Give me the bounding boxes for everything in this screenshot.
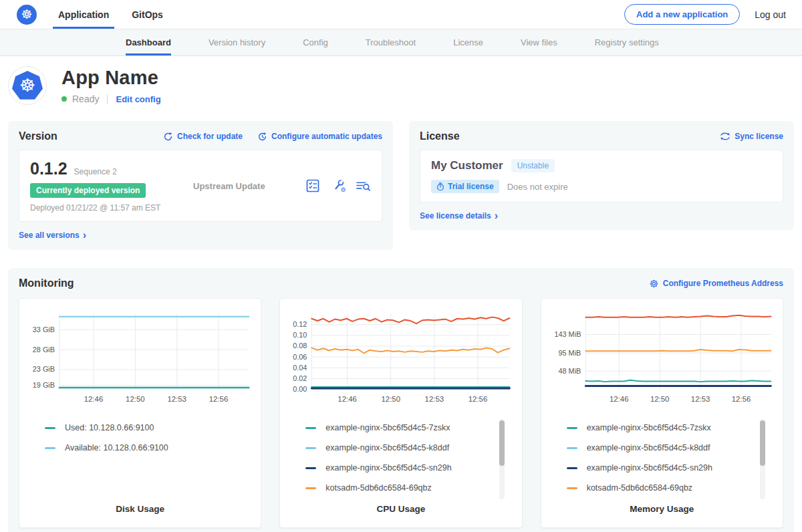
subtab-license[interactable]: License bbox=[453, 29, 483, 55]
monitoring-section: Monitoring Configure Prometheus Address … bbox=[8, 268, 794, 532]
customer-name: My Customer bbox=[431, 159, 503, 172]
legend-item: example-nginx-5bc6f5d4c5-7zskx bbox=[305, 423, 488, 432]
legend-label: example-nginx-5bc6f5d4c5-k8ddf bbox=[325, 443, 449, 452]
tab-application[interactable]: Application bbox=[58, 0, 109, 29]
legend-color-dash bbox=[305, 447, 316, 449]
version-card: Version Check for update Configure autom… bbox=[8, 121, 393, 250]
legend-item: Available: 10.128.0.66:9100 bbox=[45, 443, 227, 452]
svg-text:12:53: 12:53 bbox=[691, 395, 710, 403]
memory-usage-card: 48 MiB95 MiB143 MiB12:4612:5012:5312:56e… bbox=[541, 298, 783, 528]
gear-icon bbox=[649, 279, 659, 289]
legend-color-dash bbox=[305, 487, 316, 489]
legend-item: kotsadm-5db6dc6584-69qbz bbox=[305, 483, 488, 493]
chart-title: CPU Usage bbox=[287, 504, 515, 519]
version-source-label: Upstream Update bbox=[185, 181, 305, 191]
license-details-row: My Customer Unstable Trial license Does … bbox=[420, 150, 783, 203]
version-number: 0.1.2 bbox=[30, 159, 68, 178]
logout-link[interactable]: Log out bbox=[755, 9, 786, 20]
stopwatch-icon bbox=[436, 182, 444, 191]
svg-text:12:46: 12:46 bbox=[338, 395, 358, 403]
chevron-right-icon: › bbox=[83, 232, 86, 239]
release-notes-icon[interactable] bbox=[305, 178, 320, 194]
topnav-right: Add a new application Log out bbox=[624, 0, 786, 29]
topnav-tabs: Application GitOps bbox=[58, 0, 163, 29]
svg-text:0.04: 0.04 bbox=[293, 364, 307, 372]
legend-item: example-nginx-5bc6f5d4c5-sn29h bbox=[567, 463, 749, 473]
divider bbox=[107, 94, 108, 104]
legend-item: example-nginx-5bc6f5d4c5-k8ddf bbox=[305, 443, 488, 452]
svg-text:0.12: 0.12 bbox=[293, 320, 307, 328]
legend-label: kotsadm-5db6dc6584-69qbz bbox=[587, 483, 692, 493]
see-license-details-link[interactable]: See license details› bbox=[420, 211, 498, 221]
subtab-view-files[interactable]: View files bbox=[521, 29, 557, 55]
svg-text:143 MiB: 143 MiB bbox=[554, 330, 581, 338]
kots-brand[interactable]: ☸ bbox=[17, 0, 37, 29]
app-header: ☸ App Name Ready Edit config bbox=[0, 56, 802, 114]
cpu-usage-card: 0.000.020.040.060.080.100.1212:4612:5012… bbox=[279, 298, 522, 528]
svg-text:48 MiB: 48 MiB bbox=[558, 367, 581, 375]
subtab-dashboard[interactable]: Dashboard bbox=[126, 29, 171, 55]
legend-label: example-nginx-5bc6f5d4c5-sn29h bbox=[587, 463, 712, 473]
chart-title: Disk Usage bbox=[26, 504, 254, 519]
legend-label: example-nginx-5bc6f5d4c5-k8ddf bbox=[587, 443, 710, 452]
svg-text:19 GiB: 19 GiB bbox=[33, 381, 55, 389]
svg-text:12:46: 12:46 bbox=[84, 395, 104, 403]
subtab-version-history[interactable]: Version history bbox=[209, 29, 265, 55]
svg-text:12:53: 12:53 bbox=[167, 395, 186, 403]
legend-label: Used: 10.128.0.66:9100 bbox=[65, 423, 154, 432]
legend-label: example-nginx-5bc6f5d4c5-7zskx bbox=[587, 423, 711, 432]
svg-text:12:56: 12:56 bbox=[731, 395, 751, 403]
view-files-search-icon[interactable] bbox=[356, 178, 371, 194]
legend-label: example-nginx-5bc6f5d4c5-7zskx bbox=[325, 423, 450, 432]
configure-prometheus-link[interactable]: Configure Prometheus Address bbox=[649, 279, 783, 289]
config-wrench-icon[interactable]: ⚙ bbox=[330, 178, 346, 194]
configure-automatic-updates-link[interactable]: Configure automatic updates bbox=[257, 132, 382, 142]
svg-text:12:50: 12:50 bbox=[650, 395, 670, 403]
sequence-label: Sequence 2 bbox=[74, 167, 117, 176]
tab-gitops[interactable]: GitOps bbox=[132, 0, 163, 29]
subtab-registry-settings[interactable]: Registry settings bbox=[595, 29, 659, 55]
see-all-versions-link[interactable]: See all versions› bbox=[19, 231, 86, 240]
svg-text:0.06: 0.06 bbox=[293, 353, 307, 361]
edit-config-link[interactable]: Edit config bbox=[116, 94, 160, 104]
legend-item: kotsadm-5db6dc6584-69qbz bbox=[567, 483, 749, 493]
legend-item: example-nginx-5bc6f5d4c5-k8ddf bbox=[567, 443, 749, 452]
sync-license-link[interactable]: Sync license bbox=[720, 132, 783, 141]
status-text: Ready bbox=[72, 94, 99, 104]
deployed-timestamp: Deployed 01/21/22 @ 11:57 am EST bbox=[30, 203, 185, 213]
disk-usage-card: 19 GiB23 GiB28 GiB33 GiB12:4612:5012:531… bbox=[19, 298, 261, 528]
license-card: License Sync license My Customer Unstabl… bbox=[409, 121, 794, 231]
sync-arrows-icon bbox=[720, 132, 730, 141]
svg-text:12:46: 12:46 bbox=[610, 395, 629, 403]
current-version-row: 0.1.2 Sequence 2 Currently deployed vers… bbox=[19, 150, 382, 222]
svg-text:23 GiB: 23 GiB bbox=[33, 365, 55, 373]
legend-label: kotsadm-5db6dc6584-69qbz bbox=[325, 483, 431, 493]
legend-label: example-nginx-5bc6f5d4c5-sn29h bbox=[325, 463, 451, 473]
svg-text:0.10: 0.10 bbox=[293, 331, 307, 339]
status-dot bbox=[61, 96, 67, 102]
subtab-config[interactable]: Config bbox=[303, 29, 328, 55]
legend-scrollbar-thumb[interactable] bbox=[499, 420, 505, 466]
chart-legend: example-nginx-5bc6f5d4c5-7zskxexample-ng… bbox=[305, 423, 515, 503]
add-application-button[interactable]: Add a new application bbox=[624, 4, 740, 25]
legend-item: example-nginx-5bc6f5d4c5-7zskx bbox=[567, 423, 749, 432]
svg-text:0.08: 0.08 bbox=[293, 342, 307, 350]
cpu-usage-chart: 0.000.020.040.060.080.100.1212:4612:5012… bbox=[287, 307, 515, 411]
svg-text:95 MiB: 95 MiB bbox=[558, 349, 581, 357]
svg-text:0.02: 0.02 bbox=[293, 374, 307, 382]
svg-text:12:56: 12:56 bbox=[469, 395, 488, 403]
memory-usage-chart: 48 MiB95 MiB143 MiB12:4612:5012:5312:56 bbox=[548, 307, 776, 411]
svg-text:28 GiB: 28 GiB bbox=[33, 346, 55, 354]
top-navigation: ☸ Application GitOps Add a new applicati… bbox=[0, 0, 802, 29]
legend-scrollbar-thumb[interactable] bbox=[760, 420, 765, 466]
svg-text:33 GiB: 33 GiB bbox=[33, 325, 55, 334]
chart-legend: Used: 10.128.0.66:9100Available: 10.128.… bbox=[45, 423, 254, 463]
legend-color-dash bbox=[567, 427, 577, 429]
svg-text:12:56: 12:56 bbox=[209, 395, 229, 403]
legend-scrollbar-track[interactable] bbox=[760, 419, 765, 499]
legend-color-dash bbox=[567, 467, 577, 469]
subtab-troubleshoot[interactable]: Troubleshoot bbox=[366, 29, 416, 55]
legend-scrollbar-track[interactable] bbox=[499, 419, 505, 499]
kubernetes-logo-icon: ☸ bbox=[17, 5, 37, 25]
check-for-update-link[interactable]: Check for update bbox=[163, 132, 243, 142]
